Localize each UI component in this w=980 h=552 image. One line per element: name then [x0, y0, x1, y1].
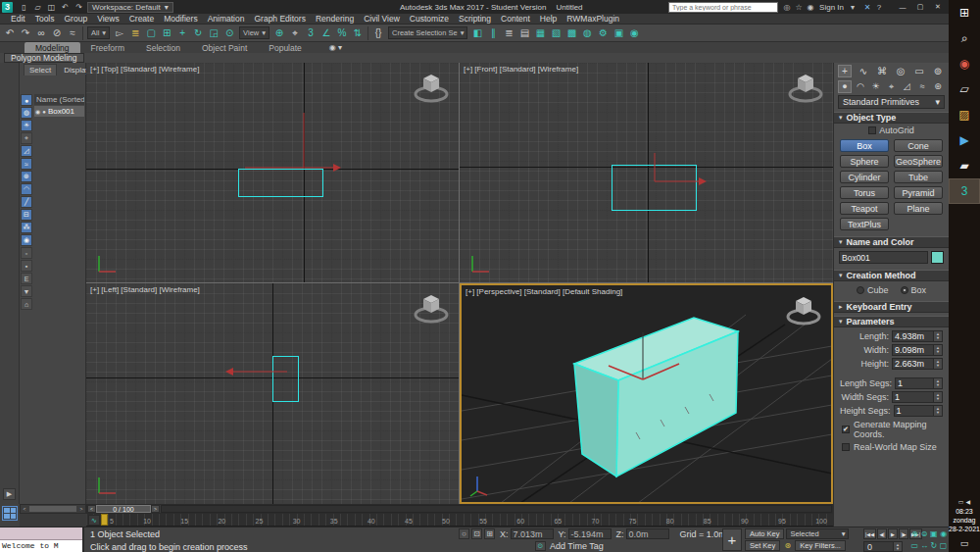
- parameter-checkb ox[interactable]: Generate Mapping Coords.: [834, 417, 949, 439]
- workspace-dropdown[interactable]: Workspace: Default ▾: [87, 2, 173, 13]
- ribbon-camera-icon[interactable]: ◉ ▾: [323, 42, 348, 53]
- menu-item[interactable]: Rendering: [311, 14, 359, 24]
- motion-tab-icon[interactable]: ◎: [894, 65, 907, 77]
- redo-icon[interactable]: ↷: [73, 2, 85, 13]
- ribbon-tab[interactable]: Object Paint: [191, 42, 258, 54]
- track-bar[interactable]: ∿ 51015202530354045505560657075808590951…: [86, 514, 833, 527]
- value-field[interactable]: 9.098m: [892, 344, 943, 356]
- value-field[interactable]: 1: [894, 405, 943, 417]
- filter-particles-icon[interactable]: ⊛: [21, 171, 32, 182]
- sign-in-link[interactable]: Sign In: [819, 3, 844, 12]
- pinned-app-icon[interactable]: ▱: [949, 76, 980, 102]
- ribbon-tab[interactable]: Populate: [258, 42, 313, 54]
- redo-icon[interactable]: ↷: [18, 25, 33, 40]
- filter-helpers-icon[interactable]: ◿: [21, 145, 32, 157]
- filter-materials-icon[interactable]: ⁂: [21, 222, 32, 233]
- viewport-layout-quad-icon[interactable]: [2, 506, 18, 521]
- value-field[interactable]: 4.938m: [892, 330, 943, 342]
- render-setup-icon[interactable]: ⚙: [595, 25, 611, 40]
- filter-splines-icon[interactable]: ╱: [21, 196, 32, 208]
- viewport-perspective-label[interactable]: [+] [Perspective] [Standard] [Default Sh…: [466, 287, 622, 296]
- align-icon[interactable]: ∥: [485, 25, 501, 40]
- primitive-button[interactable]: Tube: [894, 171, 943, 183]
- help-icon[interactable]: ?: [873, 2, 885, 13]
- select-and-manipulate-icon[interactable]: ⌖: [287, 25, 303, 40]
- spacewarps-category-icon[interactable]: ≈: [915, 80, 929, 93]
- rendered-frame-icon[interactable]: ▣: [611, 25, 626, 40]
- scene-object-row[interactable]: ◉ ● Box001: [34, 106, 84, 117]
- select-object-icon[interactable]: ▻: [112, 25, 127, 40]
- lights-category-icon[interactable]: ☀: [869, 80, 883, 93]
- ribbon-tab[interactable]: Freeform: [80, 42, 135, 54]
- add-time-tag[interactable]: ⊙ Add Time Tag: [535, 541, 604, 551]
- previous-frame-button[interactable]: ◀|: [877, 528, 887, 539]
- explorer-tab[interactable]: Select: [24, 64, 57, 75]
- bind-to-spacewarp-icon[interactable]: ≈: [65, 25, 80, 40]
- auto-key-button[interactable]: Auto Key: [745, 528, 784, 539]
- modify-tab-icon[interactable]: ∿: [857, 65, 870, 77]
- menu-item[interactable]: Views: [92, 14, 124, 24]
- movies-tv-icon[interactable]: ▶: [949, 127, 980, 153]
- key-selection-dropdown[interactable]: Selected▾: [786, 528, 849, 539]
- menu-item[interactable]: Graph Editors: [249, 14, 310, 24]
- primitive-button[interactable]: Cone: [894, 139, 943, 152]
- named-selection-sets-icon[interactable]: {}: [370, 25, 386, 40]
- save-file-icon[interactable]: ◫: [45, 2, 58, 13]
- angle-snap-icon[interactable]: ∠: [318, 25, 334, 40]
- filter-cameras-icon[interactable]: ⌖: [21, 132, 32, 144]
- selection-filter-dropdown[interactable]: All▾: [87, 26, 110, 39]
- explorer-column-header[interactable]: Name (Sorted Ascend...: [34, 94, 84, 105]
- filter-lights-icon[interactable]: ☀: [21, 120, 32, 131]
- spinner-snap-icon[interactable]: ⇅: [350, 25, 366, 40]
- start-button[interactable]: ⊞: [949, 0, 980, 25]
- key-mode-icon[interactable]: ⊛: [782, 540, 793, 551]
- menu-item[interactable]: Scripting: [454, 14, 496, 24]
- menu-item[interactable]: Animation: [203, 14, 250, 24]
- menu-item[interactable]: Edit: [6, 14, 30, 24]
- close-button[interactable]: ✕: [929, 1, 947, 13]
- menu-item[interactable]: Help: [535, 14, 562, 24]
- primitive-button[interactable]: Plane: [894, 202, 943, 215]
- named-selection-dropdown[interactable]: Create Selection Se▾: [388, 26, 467, 39]
- filter-frozen-icon[interactable]: ▫: [21, 247, 32, 259]
- primitive-button[interactable]: TextPlus: [840, 218, 889, 230]
- autogrid-checkbox[interactable]: AutoGrid: [834, 124, 949, 137]
- snaps-toggle-icon[interactable]: 3: [303, 25, 318, 40]
- play-button[interactable]: ▶: [888, 528, 898, 539]
- display-tray-icon[interactable]: ▭: [958, 498, 964, 505]
- render-icon[interactable]: ◉: [626, 25, 642, 40]
- mirror-icon[interactable]: ◧: [469, 25, 485, 40]
- use-pivot-center-icon[interactable]: ⊕: [271, 25, 287, 40]
- spinner[interactable]: [933, 392, 942, 402]
- parameter-checkb ox[interactable]: Real-World Map Size: [834, 439, 949, 452]
- menu-item[interactable]: RWMaxPlugin: [562, 14, 624, 24]
- minimize-button[interactable]: —: [894, 1, 911, 13]
- object-color-swatch[interactable]: [931, 251, 944, 264]
- viewport-front[interactable]: [+] [Front] [Standard] [Wireframe]: [460, 63, 833, 282]
- value-field[interactable]: 1: [895, 377, 943, 389]
- key-filters-button[interactable]: Key Filters...: [795, 540, 846, 551]
- filter-expand-icon[interactable]: E: [21, 273, 32, 284]
- zoom-extents-icon[interactable]: ▣: [930, 528, 939, 539]
- listener-macro-row[interactable]: [0, 527, 82, 540]
- menu-item[interactable]: Modifiers: [159, 14, 202, 24]
- primitive-button[interactable]: Sphere: [840, 155, 889, 168]
- reference-coordinate-dropdown[interactable]: View▾: [239, 26, 270, 39]
- next-frame-button[interactable]: |▶: [899, 528, 908, 539]
- user-icon[interactable]: ◉: [805, 2, 816, 13]
- zoom-extents-all-icon[interactable]: ◉: [939, 528, 948, 539]
- viewport-top[interactable]: [+] [Top] [Standard] [Wireframe]: [86, 63, 459, 282]
- window-crossing-icon[interactable]: ⊞: [159, 25, 174, 40]
- zoom-icon[interactable]: ⊕: [910, 528, 919, 539]
- menu-item[interactable]: Customize: [405, 14, 454, 24]
- pan-icon[interactable]: ↔: [920, 540, 929, 551]
- undo-icon[interactable]: ↶: [59, 2, 72, 13]
- subcategory-dropdown[interactable]: Standard Primitives▾: [838, 95, 945, 109]
- file-explorer-icon[interactable]: ▨: [949, 102, 980, 127]
- transform-typein-toggle[interactable]: +: [722, 528, 742, 551]
- menu-item[interactable]: Content: [496, 14, 535, 24]
- filter-containers-icon[interactable]: ⊟: [21, 209, 32, 221]
- open-file-icon[interactable]: ▱: [31, 2, 44, 13]
- rollout-name-and-color[interactable]: ▾ Name and Color: [834, 236, 949, 248]
- create-tab-icon[interactable]: +: [838, 65, 852, 77]
